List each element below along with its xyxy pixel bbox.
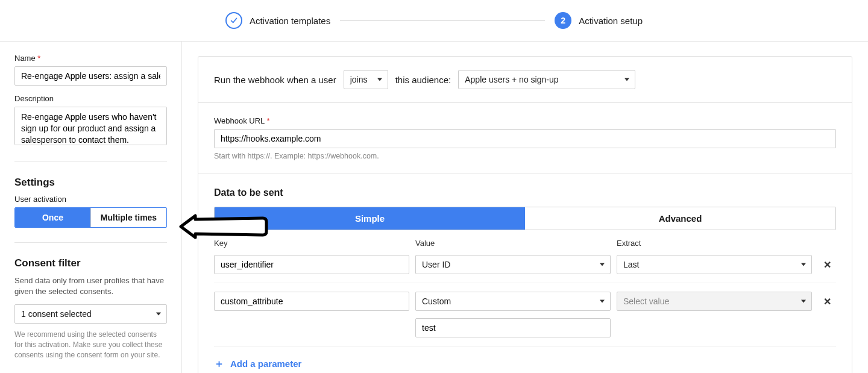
description-input[interactable] xyxy=(14,107,167,145)
audience-select[interactable]: Apple users + no sign-up xyxy=(458,70,635,89)
param-value-select[interactable]: Custom xyxy=(415,292,611,311)
plus-icon: ＋ xyxy=(214,359,224,369)
main-content: Run the webhook when a user joins this a… xyxy=(182,42,868,373)
stepper-header: Activation templates 2 Activation setup xyxy=(0,0,868,42)
param-extract-select[interactable]: Select value xyxy=(617,292,812,311)
sidebar: Name Description Settings User activatio… xyxy=(0,42,182,373)
user-activation-label: User activation xyxy=(14,195,167,204)
remove-param-button[interactable]: ✕ xyxy=(818,296,836,307)
tab-simple[interactable]: Simple xyxy=(215,207,525,230)
name-label: Name xyxy=(14,54,167,63)
add-parameter-button[interactable]: ＋ Add a parameter xyxy=(214,359,301,369)
remove-param-button[interactable]: ✕ xyxy=(818,259,836,271)
param-custom-value-input[interactable] xyxy=(415,318,611,337)
consent-filter-desc: Send data only from user profiles that h… xyxy=(14,275,167,297)
add-parameter-label: Add a parameter xyxy=(230,359,301,369)
webhook-url-hint: Start with https://. Example: https://we… xyxy=(214,152,836,160)
settings-heading: Settings xyxy=(14,177,167,189)
tab-advanced[interactable]: Advanced xyxy=(525,207,835,230)
run-text-prefix: Run the webhook when a user xyxy=(214,75,336,85)
description-label: Description xyxy=(14,94,167,103)
col-value-label: Value xyxy=(415,239,611,248)
step-setup[interactable]: 2 Activation setup xyxy=(555,12,643,29)
check-icon xyxy=(225,12,242,29)
step-number-icon: 2 xyxy=(555,12,571,29)
col-key-label: Key xyxy=(214,239,409,248)
run-text-suffix: this audience: xyxy=(395,75,451,85)
param-extract-select[interactable]: Last xyxy=(617,255,812,274)
consent-select[interactable]: 1 consent selected xyxy=(14,304,167,324)
col-extract-label: Extract xyxy=(617,239,812,248)
param-value-select[interactable]: User ID xyxy=(415,255,611,274)
run-action-select[interactable]: joins xyxy=(344,70,388,89)
webhook-url-input[interactable] xyxy=(214,129,836,148)
activation-once-button[interactable]: Once xyxy=(15,208,90,227)
param-key-input[interactable] xyxy=(214,292,409,311)
step-connector xyxy=(340,20,545,21)
name-input[interactable] xyxy=(14,66,167,86)
data-section-title: Data to be sent xyxy=(214,187,836,198)
user-activation-toggle: Once Multiple times xyxy=(14,207,167,228)
consent-filter-heading: Consent filter xyxy=(14,257,167,269)
step-templates[interactable]: Activation templates xyxy=(225,12,330,29)
step-label: Activation templates xyxy=(250,16,330,26)
consent-fineprint: We recommend using the selected consents… xyxy=(14,330,167,360)
activation-multiple-button[interactable]: Multiple times xyxy=(90,208,166,227)
step-label: Activation setup xyxy=(579,16,643,26)
param-key-input[interactable] xyxy=(214,255,409,274)
webhook-url-label: Webhook URL xyxy=(214,116,836,125)
